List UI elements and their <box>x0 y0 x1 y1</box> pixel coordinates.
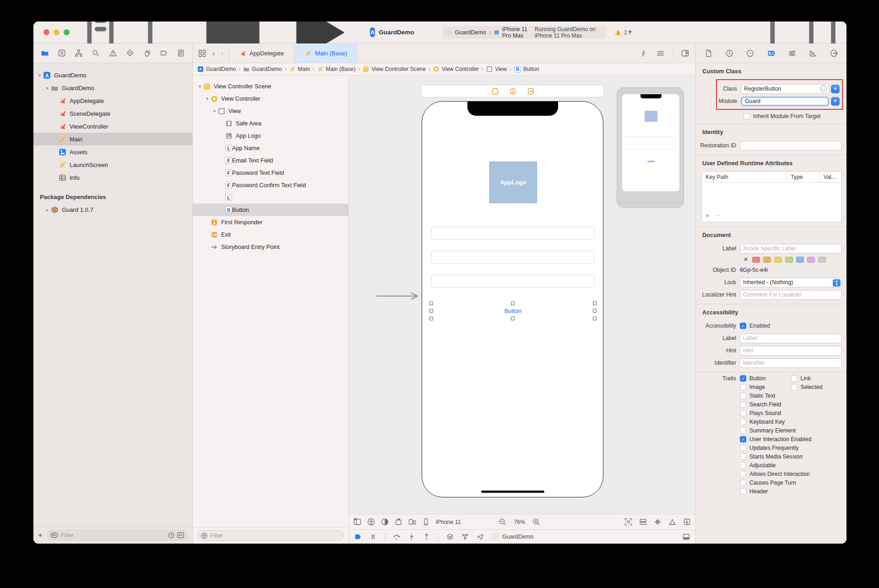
trait-adjustable[interactable]: Adjustable <box>740 462 842 469</box>
outline-item-exit[interactable]: Exit <box>193 228 348 241</box>
trait-button[interactable]: Button <box>740 375 791 382</box>
color-swatch-4[interactable] <box>796 257 804 263</box>
recent-files-icon[interactable] <box>168 532 174 539</box>
selected-button[interactable]: Button <box>422 307 604 314</box>
color-swatch-0[interactable] <box>752 257 760 263</box>
tab-overview-icon[interactable] <box>198 49 206 57</box>
inspector-identity-icon[interactable] <box>767 49 776 58</box>
disclosure-triangle[interactable]: ▾ <box>36 73 43 78</box>
trait-checkbox[interactable] <box>740 488 746 495</box>
inherit-module-checkbox[interactable] <box>743 113 750 119</box>
jumpbar-segment-guarddemo[interactable]: AGuardDemo <box>197 66 236 72</box>
email-text-field[interactable] <box>431 227 595 240</box>
trait-checkbox[interactable] <box>740 445 746 451</box>
zoom-in-icon[interactable] <box>532 518 540 526</box>
clear-color-button[interactable]: ✕ <box>743 256 748 263</box>
navigator-project-icon[interactable] <box>41 49 49 57</box>
add-file-button[interactable]: + <box>38 531 43 540</box>
code-review-icon[interactable] <box>640 49 648 57</box>
selection-handle[interactable] <box>511 302 515 305</box>
outline-filter-field[interactable] <box>197 530 344 541</box>
scene-dock[interactable] <box>421 85 604 97</box>
jump-bar[interactable]: AGuardDemo›GuardDemo›Main›Main (Base)›Vi… <box>193 63 695 76</box>
first-responder-dock-icon[interactable] <box>510 88 516 95</box>
navigator-item-main[interactable]: Main <box>33 133 192 146</box>
navigator-item-info[interactable]: Info <box>33 171 192 184</box>
align-icon[interactable] <box>668 518 676 526</box>
scheme-target-label[interactable]: GuardDemo <box>455 29 486 36</box>
navigator-item-guarddemo[interactable]: ▾GuardDemo <box>33 81 192 94</box>
selection-handle[interactable] <box>429 302 433 305</box>
trait-checkbox[interactable] <box>740 401 746 408</box>
breakpoints-toggle-icon[interactable] <box>354 533 362 540</box>
new-tab-button[interactable]: + <box>627 27 633 38</box>
jumpbar-segment-view-controller[interactable]: View Controller <box>433 66 479 72</box>
password-text-field[interactable] <box>431 251 595 264</box>
navigator-item-scenedelegate[interactable]: SceneDelegate <box>33 107 192 120</box>
step-over-icon[interactable] <box>393 533 400 540</box>
trait-checkbox[interactable] <box>791 384 798 390</box>
trait-checkbox[interactable] <box>740 419 746 425</box>
navigator-filter-field[interactable] <box>47 530 188 540</box>
selection-handle[interactable] <box>593 309 597 313</box>
orientation-icon[interactable] <box>395 518 402 526</box>
exit-dock-icon[interactable] <box>527 88 534 95</box>
inspector-history-icon[interactable] <box>725 49 734 58</box>
trait-checkbox[interactable] <box>740 462 746 469</box>
accessibility-preview-icon[interactable] <box>367 518 375 526</box>
outline-item-app-name[interactable]: LApp Name <box>193 142 348 154</box>
trait-search-field[interactable]: Search Field <box>740 401 842 408</box>
trait-checkbox[interactable] <box>740 375 746 382</box>
inspector-size-icon[interactable] <box>808 49 817 58</box>
trait-selected[interactable]: Selected <box>791 384 842 390</box>
scm-filter-icon[interactable] <box>177 532 184 538</box>
outline-item-safe-area[interactable]: Safe Area <box>193 117 348 129</box>
trait-checkbox[interactable] <box>740 436 746 442</box>
trait-allows-direct-interaction[interactable]: Allows Direct Interaction <box>740 471 842 477</box>
view-controller-dock-icon[interactable] <box>492 88 499 95</box>
inspector-connections-icon[interactable] <box>830 49 838 58</box>
navigator-debug-icon[interactable] <box>143 49 151 57</box>
forward-nav-icon[interactable]: › <box>221 49 223 57</box>
trait-link[interactable]: Link <box>791 375 842 382</box>
package-item-guard-1-0-7[interactable]: ▸Guard 1.0.7 <box>33 203 192 216</box>
trait-starts-media-session[interactable]: Starts Media Session <box>740 453 842 460</box>
jumpbar-segment-view[interactable]: View <box>486 66 507 72</box>
jumpbar-segment-view-controller-scene[interactable]: View Controller Scene <box>363 66 426 72</box>
device-icon[interactable] <box>422 518 430 526</box>
outline-item-app-logo[interactable]: App Logo <box>193 129 348 142</box>
outline-item-email-text-field[interactable]: FEmail Text Field <box>193 154 348 167</box>
resolve-autolayout-icon[interactable] <box>683 518 691 526</box>
memory-graph-icon[interactable] <box>461 533 469 540</box>
outline-item-view-controller[interactable]: ▾View Controller <box>193 92 348 105</box>
navigator-item-assets[interactable]: Assets <box>33 146 192 158</box>
outline-item-view[interactable]: ▾View <box>193 105 348 117</box>
trait-checkbox[interactable] <box>740 471 746 477</box>
outline-item-view-controller-scene[interactable]: ▾View Controller Scene <box>193 80 348 92</box>
outline-item-password-confirm-text-field[interactable]: FPassword Confirm Text Field <box>193 179 348 191</box>
disclosure-triangle[interactable]: ▾ <box>44 86 51 91</box>
trait-summary-element[interactable]: Summary Element <box>740 427 842 434</box>
storyboard-canvas[interactable]: AppLogo Button <box>349 76 695 514</box>
disclosure-triangle[interactable]: ▾ <box>204 96 211 101</box>
navigator-item-guarddemo[interactable]: ▾AGuardDemo <box>33 69 192 81</box>
add-attribute-button[interactable]: + <box>705 212 709 219</box>
selection-handle[interactable] <box>429 309 433 313</box>
back-nav-icon[interactable]: ‹ <box>212 49 215 57</box>
trait-checkbox[interactable] <box>740 427 746 434</box>
class-field[interactable]: RegisterButton → <box>741 84 829 94</box>
scheme-selector[interactable]: GuardDemo › iPhone 11 Pro Max Running Gu… <box>443 26 606 39</box>
inspector-help-icon[interactable]: ? <box>746 49 754 58</box>
navigator-symbols-icon[interactable] <box>75 49 83 57</box>
column-type[interactable]: Type <box>787 172 819 182</box>
trait-updates-frequently[interactable]: Updates Frequently <box>740 445 842 451</box>
zoom-out-icon[interactable] <box>499 518 506 526</box>
add-editor-icon[interactable] <box>681 49 689 57</box>
appearance-icon[interactable] <box>381 518 389 526</box>
trait-plays-sound[interactable]: Plays Sound <box>740 410 842 416</box>
tab-main-base-[interactable]: Main (Base) <box>294 43 358 63</box>
trait-user-interaction-enabled[interactable]: User Interaction Enabled <box>740 436 842 442</box>
disclosure-triangle[interactable]: ▾ <box>196 84 203 89</box>
step-out-icon[interactable] <box>423 533 430 540</box>
trait-checkbox[interactable] <box>740 393 746 399</box>
